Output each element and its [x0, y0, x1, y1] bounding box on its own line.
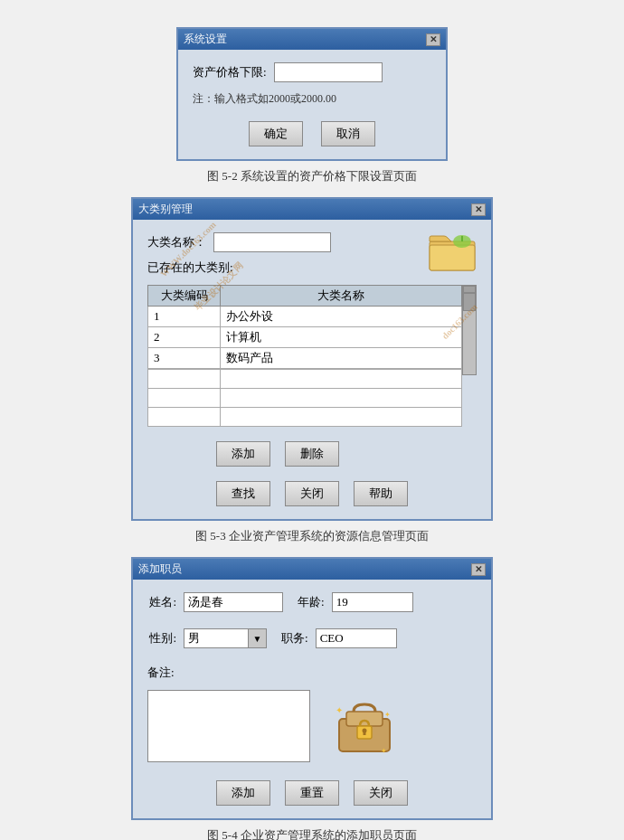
category-name-cell: 数码产品 — [221, 348, 462, 369]
position-label: 职务: — [281, 630, 308, 647]
svg-point-7 — [363, 729, 367, 733]
delete-category-button[interactable]: 删除 — [285, 441, 339, 467]
price-limit-input[interactable] — [274, 62, 383, 82]
name-label: 姓名: — [147, 594, 176, 610]
svg-rect-5 — [346, 712, 383, 726]
section3-caption: 图 5-4 企业资产管理系统的添加职员页面 — [207, 827, 417, 840]
confirm-button[interactable]: 确定 — [249, 121, 303, 146]
add-employee-title: 添加职员 — [138, 562, 182, 577]
category-table-scroll: 大类编码 大类名称 1办公外设2计算机3数码产品 — [147, 285, 462, 427]
category-management-title: 大类别管理 — [138, 202, 193, 217]
category-name-label: 大类名称： — [147, 234, 206, 250]
category-name-row: 大类名称： — [147, 232, 428, 252]
gender-position-row: 性别: 男 ▼ 职务: — [147, 628, 477, 648]
name-input[interactable] — [184, 592, 283, 612]
section1-caption: 图 5-2 系统设置的资产价格下限设置页面 — [207, 168, 417, 184]
close-employee-button[interactable]: 关闭 — [354, 780, 408, 806]
employee-buttons-row: 添加 重置 关闭 — [147, 780, 477, 806]
table-row: 1办公外设 — [148, 307, 462, 327]
category-buttons-row2: 查找 关闭 帮助 — [147, 481, 477, 506]
category-management-window: 大类别管理 ✕ 大类名称： 已存在的大类别: — [131, 197, 493, 521]
gender-dropdown-icon[interactable]: ▼ — [248, 629, 266, 647]
note-label: 备注: — [147, 665, 175, 679]
add-employee-titlebar: 添加职员 ✕ — [133, 559, 491, 580]
name-age-row: 姓名: 年龄: — [147, 592, 477, 612]
find-category-button[interactable]: 查找 — [216, 481, 270, 506]
add-employee-close-btn[interactable]: ✕ — [471, 563, 486, 576]
add-category-button[interactable]: 添加 — [216, 441, 270, 467]
category-management-close-btn[interactable]: ✕ — [471, 203, 486, 216]
svg-text:✦: ✦ — [384, 711, 391, 719]
category-code-cell: 2 — [148, 327, 221, 348]
folder-icon — [428, 232, 477, 274]
note-textarea[interactable] — [147, 690, 310, 762]
scrollbar[interactable] — [462, 285, 477, 375]
age-label: 年龄: — [298, 594, 325, 610]
category-code-cell: 1 — [148, 307, 221, 327]
system-settings-title: 系统设置 — [184, 32, 227, 47]
category-name-cell: 办公外设 — [221, 307, 462, 327]
category-management-titlebar: 大类别管理 ✕ — [133, 199, 491, 220]
section2-caption: 图 5-3 企业资产管理系统的资源信息管理页面 — [195, 528, 429, 544]
system-settings-titlebar: 系统设置 ✕ — [178, 29, 446, 50]
category-name-input[interactable] — [213, 232, 331, 252]
svg-text:✦: ✦ — [381, 747, 387, 755]
svg-rect-1 — [430, 245, 475, 270]
scrollbar-thumb — [463, 293, 476, 311]
note-label-row: 备注: — [147, 665, 477, 681]
table-row: 2计算机 — [148, 327, 462, 348]
note-icon-row: ✦ ✦ ✦ — [147, 690, 477, 762]
reset-employee-button[interactable]: 重置 — [285, 780, 339, 806]
category-left: 大类名称： 已存在的大类别: — [147, 232, 428, 276]
lock-icon: ✦ ✦ ✦ — [328, 690, 401, 762]
gender-select-container[interactable]: 男 ▼ — [184, 628, 267, 648]
svg-text:✦: ✦ — [336, 705, 343, 715]
price-limit-label: 资产价格下限: — [193, 64, 267, 80]
add-employee-body: 姓名: 年龄: 性别: 男 ▼ 职务: 备注: — [133, 580, 491, 818]
gender-value: 男 — [184, 630, 248, 647]
add-employee-button[interactable]: 添加 — [216, 780, 270, 806]
category-code-cell: 3 — [148, 348, 221, 369]
gender-label: 性别: — [147, 630, 176, 647]
price-limit-note: 注：输入格式如2000或2000.00 — [193, 91, 431, 107]
system-settings-body: 资产价格下限: 注：输入格式如2000或2000.00 确定 取消 — [178, 50, 446, 159]
age-input[interactable] — [332, 592, 413, 612]
position-input[interactable] — [316, 628, 397, 648]
svg-rect-8 — [364, 732, 366, 735]
system-settings-window: 系统设置 ✕ 资产价格下限: 注：输入格式如2000或2000.00 确定 取消 — [176, 27, 448, 161]
table-row: 3数码产品 — [148, 348, 462, 369]
category-empty-rows — [147, 369, 462, 427]
section1-buttons: 确定 取消 — [193, 121, 431, 146]
add-employee-window: 添加职员 ✕ 姓名: 年龄: 性别: 男 ▼ 职务: 备注: — [131, 557, 493, 820]
col-name-header: 大类名称 — [221, 286, 462, 307]
category-buttons-row1: 添加 删除 — [147, 441, 477, 467]
category-name-cell: 计算机 — [221, 327, 462, 348]
price-limit-row: 资产价格下限: — [193, 62, 431, 82]
existing-label: 已存在的大类别: — [147, 260, 428, 276]
category-table: 大类编码 大类名称 1办公外设2计算机3数码产品 — [147, 285, 462, 369]
category-header-row: 大类名称： 已存在的大类别: — [147, 232, 477, 276]
category-management-body: 大类名称： 已存在的大类别: — [133, 220, 491, 519]
system-settings-close-btn[interactable]: ✕ — [426, 33, 440, 46]
help-category-button[interactable]: 帮助 — [354, 481, 408, 506]
col-code-header: 大类编码 — [148, 286, 221, 307]
close-category-button[interactable]: 关闭 — [285, 481, 339, 506]
category-table-container: 大类编码 大类名称 1办公外设2计算机3数码产品 — [147, 285, 477, 427]
cancel-button[interactable]: 取消 — [321, 121, 375, 146]
